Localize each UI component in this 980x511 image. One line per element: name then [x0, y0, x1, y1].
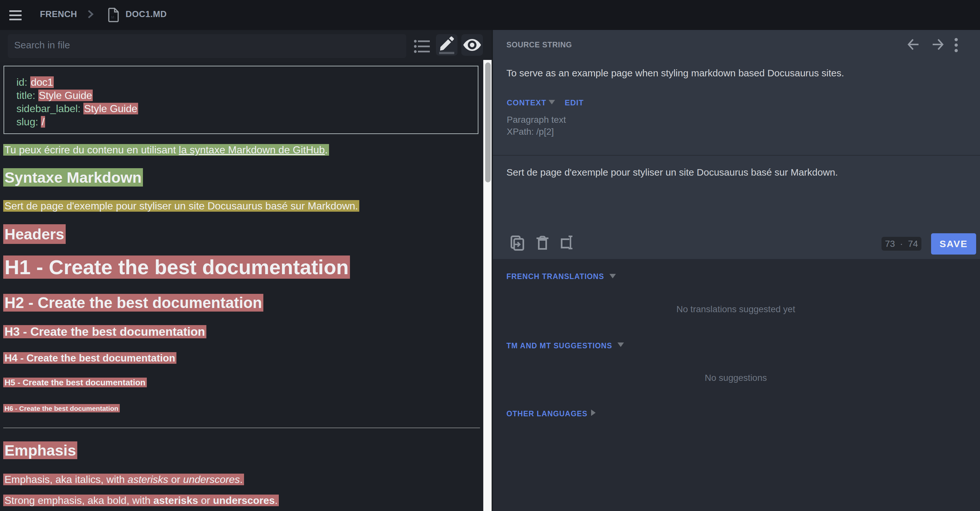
svg-text:↓: ↓: [114, 15, 116, 20]
svg-text:M: M: [111, 15, 114, 20]
